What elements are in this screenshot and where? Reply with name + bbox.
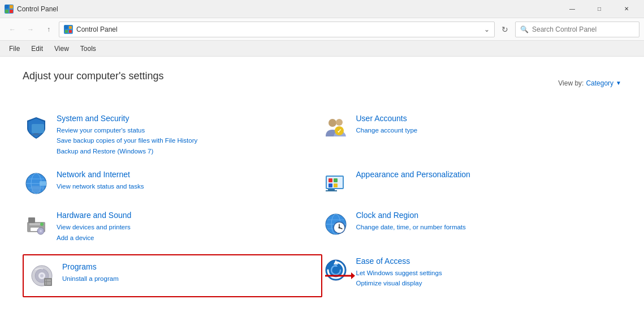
programs-text: Programs Uninstall a program — [62, 262, 312, 284]
svg-rect-26 — [334, 178, 338, 182]
svg-rect-34 — [28, 217, 35, 223]
svg-rect-28 — [334, 183, 338, 187]
hardware-sound-link-0[interactable]: View devices and printers — [57, 222, 313, 232]
content-area: Adjust your computer's settings View by:… — [0, 57, 644, 312]
programs-icon — [28, 262, 55, 289]
svg-point-50 — [40, 274, 44, 277]
menu-view[interactable]: View — [50, 42, 74, 55]
search-bar[interactable]: 🔍 — [515, 22, 639, 37]
ease-access-link-0[interactable]: Let Windows suggest settings — [356, 268, 613, 278]
svg-rect-20 — [32, 186, 41, 193]
svg-text:✓: ✓ — [337, 128, 342, 134]
svg-rect-2 — [5, 10, 8, 13]
category-ease-access: Ease of Access Let Windows suggest setti… — [322, 250, 622, 302]
svg-rect-53 — [45, 281, 51, 282]
clock-region-link-0[interactable]: Change date, time, or number formats — [356, 222, 613, 232]
network-internet-icon — [23, 170, 50, 197]
window-controls: — □ ✕ — [559, 0, 639, 18]
ease-access-text: Ease of Access Let Windows suggest setti… — [356, 257, 613, 289]
main-content: Adjust your computer's settings View by:… — [0, 57, 644, 312]
svg-rect-1 — [10, 5, 13, 8]
svg-rect-3 — [10, 10, 13, 13]
user-accounts-text: User Accounts Change account type — [356, 114, 613, 135]
view-by-label: View by: — [558, 79, 584, 87]
header-row: Adjust your computer's settings View by:… — [23, 70, 621, 96]
minimize-button[interactable]: — — [559, 0, 585, 18]
window-title: Control Panel — [17, 5, 58, 13]
clock-region-text: Clock and Region Change date, time, or n… — [356, 211, 613, 232]
category-appearance: Appearance and Personalization — [322, 163, 622, 204]
system-security-text: System and Security Review your computer… — [57, 114, 313, 156]
svg-point-37 — [40, 230, 42, 232]
clock-region-title[interactable]: Clock and Region — [356, 211, 613, 220]
svg-point-12 — [336, 119, 343, 126]
page-title: Adjust your computer's settings — [23, 70, 164, 82]
search-icon: 🔍 — [520, 25, 529, 33]
programs-arrow — [324, 270, 355, 281]
close-button[interactable]: ✕ — [613, 0, 639, 18]
svg-rect-0 — [5, 5, 8, 8]
menu-file[interactable]: File — [5, 42, 24, 55]
category-user-accounts: ✓ User Accounts Change account type — [322, 107, 622, 163]
svg-rect-8 — [32, 124, 44, 133]
svg-rect-54 — [46, 279, 47, 285]
network-internet-title[interactable]: Network and Internet — [57, 170, 313, 179]
network-internet-text: Network and Internet View network status… — [57, 170, 313, 191]
view-by-control: View by: Category ▼ — [558, 79, 621, 87]
title-bar-left: Control Panel — [5, 5, 58, 14]
system-security-link-1[interactable]: Save backup copies of your files with Fi… — [57, 135, 313, 146]
menu-edit[interactable]: Edit — [27, 42, 47, 55]
appearance-text: Appearance and Personalization — [356, 170, 613, 181]
svg-rect-10 — [32, 134, 41, 135]
menu-bar: File Edit View Tools — [0, 41, 644, 57]
view-by-value[interactable]: Category — [586, 79, 613, 87]
ease-access-link-1[interactable]: Optimize visual display — [356, 278, 613, 288]
system-security-link-2[interactable]: Backup and Restore (Windows 7) — [57, 146, 313, 156]
clock-region-icon — [322, 211, 349, 238]
svg-rect-25 — [329, 178, 332, 182]
programs-wrapper: Programs Uninstall a program — [23, 250, 322, 302]
address-bar: ← → ↑ Control Panel ⌄ ↻ 🔍 — [0, 18, 644, 41]
category-clock-region: Clock and Region Change date, time, or n… — [322, 204, 622, 250]
refresh-button[interactable]: ↻ — [497, 22, 513, 37]
category-programs-highlighted: Programs Uninstall a program — [23, 254, 322, 297]
hardware-sound-title[interactable]: Hardware and Sound — [57, 211, 313, 220]
user-accounts-link-0[interactable]: Change account type — [356, 125, 613, 135]
programs-title[interactable]: Programs — [62, 262, 312, 271]
svg-point-35 — [40, 223, 44, 226]
app-icon — [5, 5, 14, 14]
user-accounts-title[interactable]: User Accounts — [356, 114, 613, 123]
forward-button[interactable]: → — [23, 22, 38, 37]
maximize-button[interactable]: □ — [586, 0, 612, 18]
hardware-sound-text: Hardware and Sound View devices and prin… — [57, 211, 313, 243]
hardware-sound-icon — [23, 211, 50, 238]
ease-access-title[interactable]: Ease of Access — [356, 257, 613, 266]
menu-tools[interactable]: Tools — [76, 42, 101, 55]
user-accounts-icon: ✓ — [322, 114, 349, 141]
svg-rect-7 — [69, 30, 72, 33]
system-security-icon — [23, 114, 50, 141]
svg-rect-30 — [326, 190, 337, 191]
view-by-chevron-icon[interactable]: ▼ — [616, 80, 621, 86]
svg-rect-6 — [65, 30, 68, 33]
svg-rect-5 — [69, 26, 72, 29]
svg-marker-56 — [351, 272, 355, 279]
up-button[interactable]: ↑ — [41, 22, 57, 37]
back-button[interactable]: ← — [5, 22, 20, 37]
title-bar: Control Panel — □ ✕ — [0, 0, 644, 18]
address-field[interactable]: Control Panel ⌄ — [59, 22, 495, 37]
svg-rect-21 — [40, 181, 46, 186]
network-internet-link-0[interactable]: View network status and tasks — [57, 181, 313, 191]
svg-point-11 — [329, 119, 336, 127]
category-hardware-sound: Hardware and Sound View devices and prin… — [23, 204, 322, 250]
hardware-sound-link-1[interactable]: Add a device — [57, 233, 313, 243]
appearance-title[interactable]: Appearance and Personalization — [356, 170, 613, 179]
system-security-link-0[interactable]: Review your computer's status — [57, 125, 313, 135]
categories-grid: System and Security Review your computer… — [23, 107, 621, 302]
address-text: Control Panel — [76, 25, 118, 33]
search-input[interactable] — [532, 25, 634, 33]
system-security-title[interactable]: System and Security — [57, 114, 313, 123]
appearance-icon — [322, 170, 349, 197]
address-chevron-icon: ⌄ — [484, 25, 490, 33]
programs-link-0[interactable]: Uninstall a program — [62, 273, 312, 284]
